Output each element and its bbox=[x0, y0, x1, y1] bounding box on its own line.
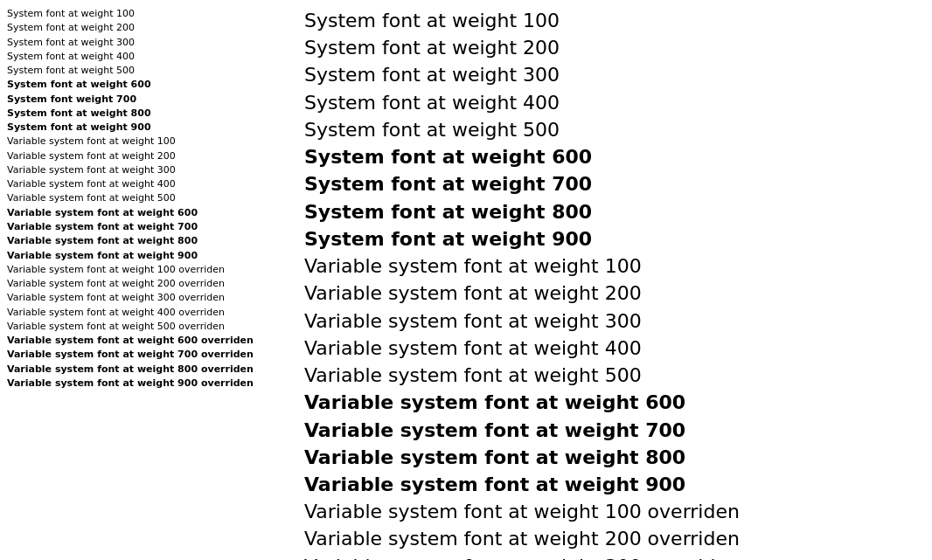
font-item: System font at weight 800 bbox=[304, 198, 925, 225]
font-item: Variable system font at weight 100 overr… bbox=[7, 263, 287, 277]
font-item: Variable system font at weight 500 bbox=[304, 362, 925, 389]
font-item: Variable system font at weight 500 overr… bbox=[7, 320, 287, 334]
font-item: System font at weight 100 bbox=[7, 7, 287, 21]
font-item: Variable system font at weight 700 bbox=[304, 417, 925, 444]
font-item: System font at weight 900 bbox=[7, 121, 287, 135]
font-item: Variable system font at weight 200 bbox=[304, 280, 925, 307]
font-item: Variable system font at weight 800 bbox=[7, 234, 287, 248]
font-item: Variable system font at weight 600 bbox=[304, 389, 925, 416]
font-item: Variable system font at weight 100 overr… bbox=[304, 498, 925, 525]
font-item: Variable system font at weight 100 bbox=[7, 135, 287, 149]
font-item: Variable system font at weight 200 bbox=[7, 149, 287, 163]
font-item: Variable system font at weight 500 bbox=[7, 191, 287, 205]
font-item: System font at weight 100 bbox=[304, 7, 925, 34]
font-item: Variable system font at weight 600 bbox=[7, 206, 287, 220]
font-item: System font at weight 400 bbox=[304, 89, 925, 116]
font-item: Variable system font at weight 700 bbox=[7, 220, 287, 234]
font-item: System font at weight 400 bbox=[7, 50, 287, 64]
font-item: Variable system font at weight 400 overr… bbox=[7, 306, 287, 320]
font-item: System font at weight 200 bbox=[304, 34, 925, 61]
font-item: Variable system font at weight 300 overr… bbox=[304, 553, 925, 560]
font-item: System font at weight 700 bbox=[304, 170, 925, 197]
font-item: System font at weight 300 bbox=[304, 61, 925, 88]
font-item: Variable system font at weight 300 overr… bbox=[7, 291, 287, 305]
font-item: Variable system font at weight 200 overr… bbox=[7, 277, 287, 291]
font-item: Variable system font at weight 800 overr… bbox=[7, 363, 287, 377]
font-item: Variable system font at weight 300 bbox=[304, 308, 925, 335]
font-item: System font at weight 500 bbox=[7, 64, 287, 78]
font-item: Variable system font at weight 600 overr… bbox=[7, 334, 287, 348]
font-item: System font at weight 300 bbox=[7, 36, 287, 50]
font-item: System font weight 700 bbox=[7, 93, 287, 107]
font-item: Variable system font at weight 900 bbox=[304, 471, 925, 498]
font-item: Variable system font at weight 300 bbox=[7, 163, 287, 177]
font-item: Variable system font at weight 200 overr… bbox=[304, 525, 925, 552]
right-column: System font at weight 100System font at … bbox=[287, 7, 925, 560]
font-item: System font at weight 600 bbox=[7, 78, 287, 92]
font-item: System font at weight 200 bbox=[7, 21, 287, 35]
font-item: Variable system font at weight 900 bbox=[7, 249, 287, 263]
font-item: System font at weight 900 bbox=[304, 225, 925, 252]
font-item: Variable system font at weight 400 bbox=[7, 177, 287, 191]
font-item: Variable system font at weight 400 bbox=[304, 335, 925, 362]
font-item: Variable system font at weight 100 bbox=[304, 252, 925, 280]
left-column: System font at weight 100System font at … bbox=[7, 7, 287, 560]
font-item: Variable system font at weight 800 bbox=[304, 444, 925, 471]
main-layout: System font at weight 100System font at … bbox=[7, 7, 925, 560]
font-item: System font at weight 600 bbox=[304, 143, 925, 170]
font-item: Variable system font at weight 900 overr… bbox=[7, 377, 287, 391]
font-item: System font at weight 500 bbox=[304, 116, 925, 143]
font-item: System font at weight 800 bbox=[7, 107, 287, 121]
font-item: Variable system font at weight 700 overr… bbox=[7, 348, 287, 362]
